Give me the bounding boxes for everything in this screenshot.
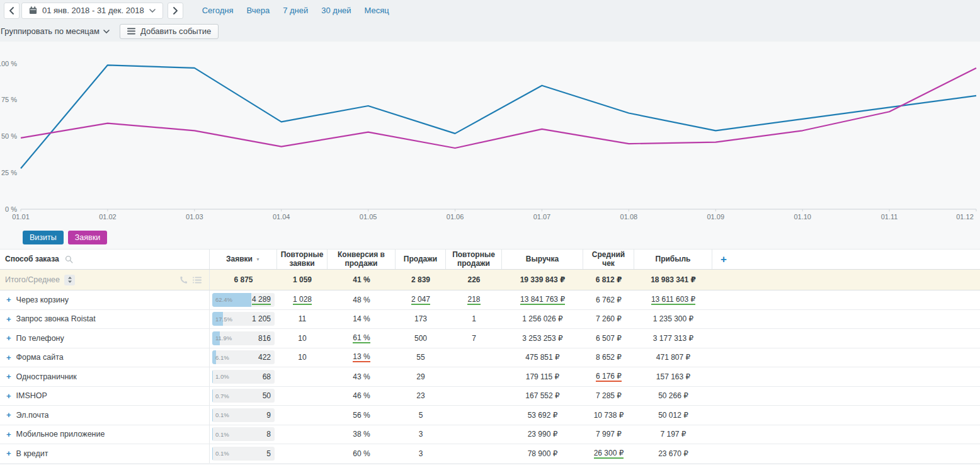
column-header-label: Прибыль xyxy=(656,255,691,264)
column-header-sales[interactable]: Продажи xyxy=(396,250,446,269)
cell-avg-check[interactable]: 26 300 ₽ xyxy=(594,449,624,459)
cell-sales: 3 xyxy=(419,430,423,439)
cell-repeat-sales[interactable]: 218 xyxy=(467,295,480,305)
cell-profit: 50 012 ₽ xyxy=(658,411,688,420)
add-event-label: Добавить событие xyxy=(140,26,211,36)
cell-repeat-sales-container xyxy=(446,367,502,386)
expand-row-icon[interactable]: + xyxy=(6,449,11,457)
cell-avg-check: 10 738 ₽ xyxy=(594,411,624,420)
cell-sales-container: 500 xyxy=(396,329,446,348)
column-header-label: Повторные продажи xyxy=(449,251,498,268)
cell-repeat-zayavki-container: 1 028 xyxy=(277,290,328,309)
cell-avg-check-container: 7 997 ₽ xyxy=(583,425,634,444)
cell-conversion: 48 % xyxy=(353,296,370,304)
chevron-right-icon xyxy=(173,7,178,14)
cell-conversion: 56 % xyxy=(353,411,370,420)
cell-conversion[interactable]: 61 % xyxy=(353,333,370,343)
totals-filler xyxy=(712,270,980,290)
prev-period-button[interactable] xyxy=(4,3,20,19)
cell-zayavki[interactable]: 4 289 xyxy=(252,295,271,305)
column-header-zayavki[interactable]: Заявки▼ xyxy=(210,250,277,269)
cell-revenue: 3 253 253 ₽ xyxy=(522,334,562,343)
cell-conversion-container: 14 % xyxy=(328,310,396,329)
cell-repeat-sales-container: 7 xyxy=(446,329,502,348)
column-header-avg-check[interactable]: Средний чек xyxy=(583,250,634,269)
next-period-button[interactable] xyxy=(168,3,183,19)
cell-revenue: 179 115 ₽ xyxy=(526,372,559,381)
cell-avg-check: 7 260 ₽ xyxy=(596,314,622,323)
cell-avg-check-container: 26 300 ₽ xyxy=(583,444,634,463)
quick-period-link-3[interactable]: 30 дней xyxy=(321,6,351,15)
table-body: +Через корзину62.4%4 2891 02848 %2 04721… xyxy=(0,290,980,464)
cell-revenue-container: 23 990 ₽ xyxy=(502,425,583,444)
column-header-add-column[interactable]: + xyxy=(712,250,980,269)
group-by-dropdown[interactable]: Группировать по месяцам xyxy=(1,26,110,36)
column-header-profit[interactable]: Прибыль xyxy=(634,250,712,269)
expand-row-icon[interactable]: + xyxy=(6,411,11,419)
chevron-down-icon xyxy=(103,30,110,33)
expand-row-icon[interactable]: + xyxy=(6,334,11,342)
cell-profit: 3 177 313 ₽ xyxy=(653,334,693,343)
expand-row-icon[interactable]: + xyxy=(6,296,11,304)
cell-profit[interactable]: 13 611 603 ₽ xyxy=(651,295,695,305)
zayavki-share-label: 0.7% xyxy=(215,393,263,399)
cell-avg-check[interactable]: 6 176 ₽ xyxy=(596,372,622,382)
column-header-repeat-zayavki[interactable]: Повторные заявки xyxy=(277,250,328,269)
x-tick-label: 01.11 xyxy=(881,213,898,221)
add-event-button[interactable]: Добавить событие xyxy=(120,24,219,39)
totals-repeat-zayavki: 1 059 xyxy=(277,270,328,290)
table-row: +Через корзину62.4%4 2891 02848 %2 04721… xyxy=(0,290,980,310)
cell-avg-check-container: 7 285 ₽ xyxy=(583,387,634,406)
cell-repeat-zayavki[interactable]: 1 028 xyxy=(293,295,312,305)
quick-period-link-1[interactable]: Вчера xyxy=(246,6,270,15)
cell-sales: 23 xyxy=(416,391,424,400)
phone-icon[interactable] xyxy=(179,275,188,285)
cell-zayavki: 5 xyxy=(266,449,271,458)
cell-profit: 471 807 ₽ xyxy=(656,353,690,362)
cell-repeat-sales-container xyxy=(446,406,502,425)
cell-sales[interactable]: 2 047 xyxy=(411,295,430,305)
cell-conversion[interactable]: 13 % xyxy=(353,352,370,362)
cell-repeat-sales-container xyxy=(446,425,502,444)
column-header-label: Конверсия в продажи xyxy=(331,251,392,268)
legend-zayavki-button[interactable]: Заявки xyxy=(68,231,107,244)
cell-sales-container: 23 xyxy=(396,387,446,406)
order-method-label: По телефону xyxy=(16,334,64,343)
expand-row-icon[interactable]: + xyxy=(6,353,11,362)
totals-sort-toggle[interactable] xyxy=(64,275,75,285)
order-method-cell: +Одностраничник xyxy=(0,367,210,386)
cell-sales-container: 2 047 xyxy=(396,290,446,309)
quick-period-link-0[interactable]: Сегодня xyxy=(202,6,234,15)
cell-revenue-container: 3 253 253 ₽ xyxy=(502,329,583,348)
cell-profit-container: 7 197 ₽ xyxy=(634,425,712,444)
column-header-repeat-sales[interactable]: Повторные продажи xyxy=(446,250,502,269)
date-range-picker[interactable]: 01 янв. 2018 - 31 дек. 2018 xyxy=(21,3,163,19)
cell-avg-check: 7 285 ₽ xyxy=(596,391,622,400)
cell-repeat-zayavki-container xyxy=(277,444,328,463)
column-header-order-method[interactable]: Способ заказа xyxy=(0,250,210,269)
column-header-label: Способ заказа xyxy=(5,255,59,264)
expand-row-icon[interactable]: + xyxy=(6,430,11,439)
cell-profit-container: 1 235 300 ₽ xyxy=(634,310,712,329)
column-header-conversion[interactable]: Конверсия в продажи xyxy=(328,250,396,269)
expand-row-icon[interactable]: + xyxy=(6,392,11,400)
hamburger-list-icon[interactable] xyxy=(193,277,202,284)
search-icon[interactable] xyxy=(65,255,73,263)
cell-profit-container: 157 163 ₽ xyxy=(634,367,712,386)
legend-visits-button[interactable]: Визиты xyxy=(23,231,64,244)
expand-row-icon[interactable]: + xyxy=(6,315,11,323)
cell-repeat-zayavki: 10 xyxy=(298,334,306,343)
cell-conversion: 14 % xyxy=(353,314,370,323)
order-method-cell: +В кредит xyxy=(0,444,210,463)
cell-profit: 1 235 300 ₽ xyxy=(653,314,693,323)
cell-zayavki: 8 xyxy=(266,430,271,439)
list-icon xyxy=(127,28,135,35)
cell-revenue: 167 552 ₽ xyxy=(525,391,559,400)
quick-period-link-4[interactable]: Месяц xyxy=(365,6,389,15)
zayavki-share-label: 17.5% xyxy=(215,316,252,323)
expand-row-icon[interactable]: + xyxy=(6,372,11,381)
cell-avg-check-container: 6 762 ₽ xyxy=(583,290,634,309)
quick-period-link-2[interactable]: 7 дней xyxy=(283,6,308,15)
column-header-revenue[interactable]: Выручка xyxy=(502,250,583,269)
cell-revenue[interactable]: 13 841 763 ₽ xyxy=(520,295,565,305)
